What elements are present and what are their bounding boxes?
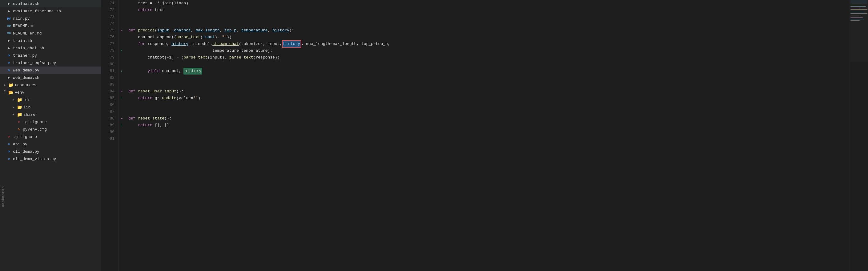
code-text: ) xyxy=(198,95,200,102)
editor: 71 72 73 74 75 76 77 78 79 80 81 82 83 8… xyxy=(101,0,868,271)
sidebar-item-trainer-seq2seq-py[interactable]: ⚙ trainer_seq2seq.py xyxy=(0,59,101,66)
code-text: ), xyxy=(215,34,222,41)
code-text: (response)) xyxy=(253,54,280,61)
editor-content: 71 72 73 74 75 76 77 78 79 80 81 82 83 8… xyxy=(101,0,868,271)
keyword-def: def xyxy=(128,115,135,122)
minimap[interactable] xyxy=(849,0,868,271)
gutter-line-91 xyxy=(119,136,125,142)
code-text xyxy=(128,95,138,102)
sidebar-item-lib-folder[interactable]: ▶ 📁 lib xyxy=(0,103,101,111)
line-number: 91 xyxy=(101,136,115,142)
code-text xyxy=(135,115,138,122)
code-text: (value= xyxy=(176,95,193,102)
line-number: 84 xyxy=(101,88,115,95)
line-number: 78 xyxy=(101,48,115,54)
sidebar-item-cli-demo-py[interactable]: ⚙ cli_demo.py xyxy=(0,148,101,155)
line-number: 72 xyxy=(101,7,115,13)
sidebar-item-label: trainer.py xyxy=(13,53,37,58)
gutter-line-90 xyxy=(119,129,125,136)
folder-icon: 📁 xyxy=(8,82,13,88)
code-line-76: chatbot.append((parse_text(input), "")) xyxy=(125,34,849,41)
line-number: 82 xyxy=(101,74,115,81)
sidebar-item-label: evaluate.sh xyxy=(13,2,39,6)
sidebar-item-share-folder[interactable]: ▶ 📁 share xyxy=(0,111,101,118)
sidebar-item-evaluate-sh[interactable]: ▶ evaluate.sh xyxy=(0,0,101,7)
sidebar-item-train-chat-sh[interactable]: ▶ train_chat.sh xyxy=(0,44,101,52)
code-text xyxy=(135,27,138,34)
sidebar-item-pyvenv-cfg[interactable]: ⚙ pyvenv.cfg xyxy=(0,126,101,133)
code-text: response, xyxy=(145,41,172,48)
file-icon-sh: ▶ xyxy=(6,1,12,6)
line-number: 89 xyxy=(101,122,115,129)
sidebar-item-label: web_demo.sh xyxy=(13,76,39,80)
sidebar-item-resources-folder[interactable]: ▶ 📁 resources xyxy=(0,81,101,89)
code-text: , xyxy=(268,27,273,34)
gutter-line-79 xyxy=(119,54,125,61)
sidebar-item-main-py[interactable]: py main.py xyxy=(0,15,101,22)
code-text: , xyxy=(169,27,174,34)
code-area[interactable]: text = ''.join(lines) return text def pr… xyxy=(125,0,849,271)
code-line-88: def reset_state(): xyxy=(125,115,849,122)
gutter-line-82 xyxy=(119,74,125,81)
code-text: chatbot.append(( xyxy=(128,34,176,41)
gutter-line-81: ↓ xyxy=(119,68,125,74)
code-text: (): xyxy=(164,115,172,122)
bookmarks-tab[interactable]: Bookmarks xyxy=(0,184,6,209)
gutter-line-83 xyxy=(119,81,125,88)
code-text: chatbot, xyxy=(159,68,183,74)
sidebar-item-venv-folder[interactable]: ▶ 📂 venv xyxy=(0,89,101,96)
svg-rect-12 xyxy=(850,0,868,62)
param: history xyxy=(272,27,289,34)
code-line-91 xyxy=(125,136,849,142)
sidebar-item-web-demo-sh[interactable]: ▶ web_demo.sh xyxy=(0,74,101,81)
sidebar-item-api-py[interactable]: ⚙ api.py xyxy=(0,141,101,148)
sidebar-item-readme-md[interactable]: MD README.md xyxy=(0,22,101,30)
gutter-line-87 xyxy=(119,109,125,115)
gutter-line-77 xyxy=(119,41,125,48)
code-text: )) xyxy=(227,34,232,41)
code-text xyxy=(128,68,148,74)
code-text xyxy=(128,41,138,48)
keyword-def: def xyxy=(128,27,135,34)
sidebar-item-readme-en-md[interactable]: MD README_en.md xyxy=(0,30,101,37)
code-line-82 xyxy=(125,74,849,81)
sidebar-item-gitignore-venv[interactable]: ⊙ .gitignore xyxy=(0,118,101,126)
function-name: predict xyxy=(138,27,155,34)
file-icon-cfg: ⚙ xyxy=(16,127,22,132)
file-icon-sh: ▶ xyxy=(6,75,12,80)
code-line-78: temperature=temperature): xyxy=(125,48,849,54)
keyword-def: def xyxy=(128,88,135,95)
gutter-line-76 xyxy=(119,34,125,41)
sidebar-item-label: api.py xyxy=(13,142,27,147)
sidebar-item-label: share xyxy=(23,112,35,117)
function-name: reset_state xyxy=(138,115,164,122)
function-name: reset_user_input xyxy=(138,88,176,95)
sidebar: ▶ evaluate.sh ▶ evaluate_finetune.sh py … xyxy=(0,0,101,271)
file-icon-py: py xyxy=(6,16,12,21)
code-line-72: return text xyxy=(125,7,849,13)
sidebar-item-label: README.md xyxy=(13,24,34,28)
sidebar-item-train-sh[interactable]: ▶ train.sh xyxy=(0,37,101,44)
sidebar-item-bin-folder[interactable]: ▶ 📁 bin xyxy=(0,96,101,103)
code-text: text xyxy=(152,7,164,13)
gutter-line-75: ⊢ xyxy=(119,27,125,34)
gutter-line-85: ⊢ xyxy=(119,95,125,102)
code-text: in model. xyxy=(188,41,212,48)
keyword-yield: yield xyxy=(148,68,159,74)
sidebar-item-web-demo-py[interactable]: ⚙ web_demo.py xyxy=(0,66,101,74)
string-literal: "" xyxy=(222,34,227,41)
sidebar-item-gitignore-root[interactable]: ⊙ .gitignore xyxy=(0,133,101,141)
param: top_p xyxy=(224,27,237,34)
sidebar-item-label: web_demo.py xyxy=(13,68,39,73)
sidebar-item-cli-demo-vision-py[interactable]: ⚙ cli_demo_vision.py xyxy=(0,155,101,162)
code-text: , xyxy=(191,27,196,34)
highlighted-history: history xyxy=(282,40,301,48)
sidebar-item-evaluate-finetune-sh[interactable]: ▶ evaluate_finetune.sh xyxy=(0,7,101,15)
sidebar-item-trainer-py[interactable]: ⚙ trainer.py xyxy=(0,52,101,59)
param: chatbot xyxy=(174,27,191,34)
code-text: , xyxy=(237,27,241,34)
gutter-line-74 xyxy=(119,20,125,27)
sidebar-item-label: bin xyxy=(23,98,30,102)
code-line-79: chatbot[-1] = (parse_text(input), parse_… xyxy=(125,54,849,61)
code-text: , xyxy=(220,27,225,34)
